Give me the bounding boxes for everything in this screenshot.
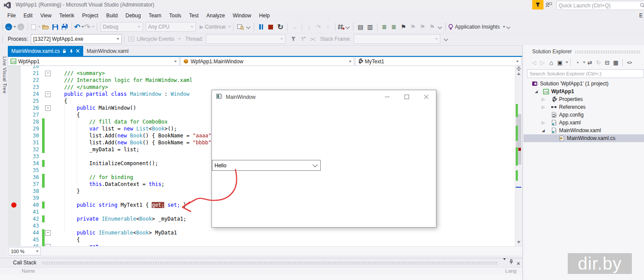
navigate-forward-button[interactable]: → (16, 22, 26, 32)
tree-item-app-xaml[interactable]: ▷App.xaml (524, 119, 644, 127)
scroll-up-arrow[interactable] (517, 72, 520, 75)
se-scope-button[interactable]: ▣ (556, 59, 564, 66)
wpf-app-window[interactable]: MainWindow Hello (211, 90, 436, 228)
save-button[interactable] (50, 22, 60, 32)
tree-item-app-config[interactable]: App.config (524, 111, 644, 119)
expander-open-icon[interactable]: ◢ (542, 128, 545, 133)
stack-frame-dropdown[interactable] (354, 34, 440, 44)
stop-debugging-button[interactable] (266, 22, 276, 32)
app-close-button[interactable] (416, 90, 436, 103)
break-all-button[interactable] (257, 22, 266, 32)
menu-view[interactable]: View (36, 11, 55, 20)
live-visual-tree-tab[interactable]: Live Visual Tree (0, 47, 7, 103)
zoom-level-dropdown[interactable]: 100 % (9, 247, 41, 255)
fold-collapse-box[interactable]: − (45, 230, 51, 236)
step-over-button[interactable]: ↷ (314, 22, 323, 32)
tree-item-solution-wpfapp1-1-project-[interactable]: Solution 'WpfApp1' (1 project) (524, 80, 644, 88)
menu-debug[interactable]: Debug (122, 11, 145, 20)
toggle-bookmark-button[interactable]: ⚑ (399, 22, 408, 32)
solution-platforms-dropdown[interactable]: Any CPU (146, 22, 196, 32)
se-properties-button[interactable]: ▦ (611, 59, 620, 66)
code-line-45[interactable]: 45{ (8, 236, 515, 243)
menu-build[interactable]: Build (102, 11, 122, 20)
show-next-statement-button[interactable]: → (290, 22, 299, 32)
se-home-button[interactable]: ⌂ (547, 59, 556, 66)
new-file-button[interactable] (30, 22, 41, 32)
pin-icon[interactable] (69, 49, 73, 53)
save-all-button[interactable] (60, 22, 69, 32)
call-stack-column-name[interactable]: Name (22, 268, 35, 273)
scrollbar-splitter-icon[interactable] (516, 66, 521, 71)
code-line-21[interactable]: 21−/// <summary> (8, 70, 515, 77)
code-line-44[interactable]: 44−public IEnumerable<Book> MyData1 (8, 229, 515, 236)
tree-item-properties[interactable]: ▷Properties (524, 95, 644, 103)
fold-collapse-box[interactable]: − (45, 71, 51, 76)
toolbar-overflow-chevron[interactable] (246, 25, 250, 29)
menu-team[interactable]: Team (145, 11, 165, 20)
step-out-button[interactable]: ↑ (323, 22, 333, 32)
continue-button[interactable]: ▶ Continue (200, 22, 231, 32)
menu-tools[interactable]: Tools (165, 11, 185, 20)
se-collapse-all-button[interactable]: ⊟ (603, 59, 611, 66)
quick-launch-input[interactable]: Quick Launch (Ctrl+Q) (556, 1, 644, 10)
comment-button[interactable]: ≣ (380, 22, 389, 32)
app-combobox[interactable]: Hello (212, 160, 321, 171)
se-sync-button[interactable]: ⇄ (585, 59, 594, 66)
tree-item-wpfapp1[interactable]: ◢C#WpfApp1 (524, 88, 644, 95)
fold-collapse-box[interactable]: − (45, 91, 51, 97)
call-stack-pin-icon[interactable] (509, 259, 514, 264)
call-stack-close-icon[interactable]: × (517, 260, 520, 267)
editor-scrollbar[interactable] (515, 66, 522, 246)
step-into-button[interactable]: ↓ (304, 22, 314, 32)
call-stack-column-lang[interactable]: Lang (505, 268, 517, 273)
se-back-button[interactable]: ◁ (530, 59, 538, 66)
app-maximize-button[interactable] (397, 90, 416, 103)
tree-item-references[interactable]: ▷References (524, 103, 644, 111)
panel-drag-dots[interactable] (575, 50, 641, 53)
application-insights-button[interactable]: Application Insights (448, 22, 505, 32)
thread-dropdown[interactable] (206, 34, 286, 44)
attach-process-button[interactable] (236, 22, 245, 32)
uncomment-button[interactable]: ≣ (389, 22, 399, 32)
flag-custom-button[interactable] (299, 34, 308, 44)
se-pending-changes-filter-button[interactable]: ◔ (573, 59, 582, 66)
expander-closed-icon[interactable]: ▷ (542, 120, 545, 125)
fold-collapse-box[interactable]: − (45, 105, 51, 111)
solution-configurations-dropdown[interactable]: Debug (101, 22, 143, 32)
tab-mainwindow-xaml-cs[interactable]: MainWindow.xaml.cs (8, 46, 83, 56)
type-dropdown[interactable]: WpfApp1.MainWindow (180, 57, 354, 66)
menu-telerik[interactable]: Telerik (55, 11, 78, 20)
expander-closed-icon[interactable]: ▷ (542, 105, 545, 109)
next-bookmark-button[interactable]: ⚑ (418, 22, 427, 32)
notifications-button[interactable] (532, 0, 543, 10)
menu-project[interactable]: Project (78, 11, 102, 20)
menu-help[interactable]: Help (255, 11, 274, 20)
process-dropdown[interactable]: [13272] WpfApp1.exe (31, 34, 122, 44)
previous-bookmark-button[interactable]: ⚑ (408, 22, 418, 32)
flag-threads-button[interactable] (289, 34, 299, 44)
toggle-flagged-button[interactable] (308, 34, 318, 44)
clear-bookmarks-button[interactable]: ⚑ (427, 22, 437, 32)
expander-closed-icon[interactable]: ▷ (542, 97, 545, 101)
undo-button[interactable]: ↶ (74, 22, 84, 32)
menu-test[interactable]: Test (185, 11, 202, 20)
debug-location-overflow-chevron[interactable] (444, 37, 448, 41)
menu-analyze[interactable]: Analyze (202, 11, 229, 20)
menu-file[interactable]: File (3, 11, 20, 20)
tab-mainwindow-xaml[interactable]: MainWindow.xaml (83, 46, 132, 56)
toolbar-grip[interactable] (2, 23, 3, 31)
se-forward-button[interactable]: ▷ (538, 59, 547, 66)
call-stack-drag-dots[interactable] (42, 261, 498, 264)
call-stack-position-chevron[interactable] (502, 260, 506, 266)
breakpoints-window-button[interactable] (338, 22, 351, 32)
member-dropdown[interactable]: MyText1 (355, 57, 521, 66)
se-view-code-button[interactable]: <> (625, 60, 634, 65)
new-breakpoint-button[interactable]: ▤ (356, 22, 365, 32)
insights-overflow-chevron[interactable] (506, 25, 511, 29)
feedback-icon[interactable] (545, 1, 552, 8)
tree-item-mainwindow-xaml[interactable]: ◢MainWindow.xaml (524, 127, 644, 134)
solution-explorer-search-input[interactable]: Search Solution Explorer (Ctrl+;) (527, 69, 644, 78)
menu-edit[interactable]: Edit (20, 11, 36, 20)
breakpoint-dot[interactable] (11, 202, 16, 208)
lifecycle-events-button[interactable]: Lifecycle Events (137, 36, 175, 42)
